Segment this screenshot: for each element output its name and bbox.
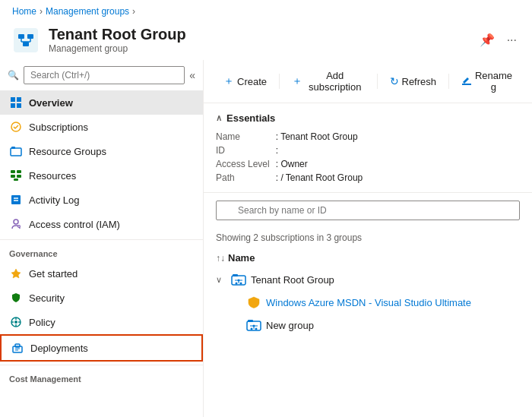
tree-item-azure-msdn[interactable]: Windows Azure MSDN - Visual Studio Ultim… (240, 291, 526, 314)
cost-management-section-label: Cost Management (0, 365, 203, 387)
resource-groups-icon (9, 144, 23, 158)
svg-rect-16 (17, 170, 21, 173)
toolbar-separator-3 (448, 74, 449, 89)
refresh-button[interactable]: ↻ Refresh (382, 71, 445, 91)
tree-azure-msdn-label[interactable]: Windows Azure MSDN - Visual Studio Ultim… (266, 297, 471, 308)
content-search-input[interactable] (216, 201, 520, 220)
rename-label: Rename g (475, 70, 512, 93)
svg-rect-2 (27, 34, 33, 39)
essentials-chevron-icon[interactable]: ∧ (216, 113, 222, 123)
sidebar-item-resources[interactable]: Resources (0, 163, 203, 188)
svg-rect-8 (11, 97, 15, 102)
essentials-section: ∧ Essentials Name : Tenant Root Group ID… (204, 103, 532, 193)
sidebar-item-access-control[interactable]: Access control (IAM) (0, 212, 203, 236)
svg-marker-26 (11, 269, 21, 278)
tree-item-new-group[interactable]: New group (240, 314, 526, 336)
sidebar-item-label-resources: Resources (29, 170, 76, 182)
page-title-block: Tenant Root Group Management group (49, 26, 186, 54)
access-label: Access Level (216, 159, 270, 169)
svg-point-50 (251, 328, 253, 330)
svg-rect-13 (11, 148, 21, 156)
page-header: Tenant Root Group Management group 📌 ··· (0, 23, 532, 60)
refresh-icon: ↻ (390, 75, 399, 87)
name-col-label: Name (228, 252, 255, 264)
sidebar-item-label-subscriptions: Subscriptions (29, 122, 88, 133)
content-search-area: 🔍 (216, 201, 520, 220)
svg-rect-10 (11, 103, 15, 108)
content-area: ＋ Create ＋ Add subscription ↻ Refresh Re… (204, 60, 532, 417)
id-value: : (276, 145, 520, 156)
main-container: 🔍 « Overview Subscriptions Resource Grou… (0, 60, 532, 417)
sidebar-item-security[interactable]: Security (0, 286, 203, 310)
sort-icon[interactable]: ↑↓ (216, 253, 225, 264)
breadcrumb-management-groups[interactable]: Management groups (46, 6, 129, 17)
sidebar: 🔍 « Overview Subscriptions Resource Grou… (0, 60, 204, 417)
svg-rect-46 (248, 320, 253, 322)
add-subscription-label: Add subscription (306, 70, 365, 93)
sidebar-item-activity-log[interactable]: Activity Log (0, 188, 203, 212)
pin-button[interactable]: 📌 (477, 30, 498, 50)
svg-point-43 (236, 283, 238, 285)
header-actions: 📌 ··· (477, 30, 520, 50)
svg-rect-3 (23, 42, 29, 46)
sidebar-item-get-started[interactable]: Get started (0, 261, 203, 286)
svg-rect-34 (15, 344, 20, 347)
sidebar-item-deployments[interactable]: Deployments (0, 334, 203, 362)
security-icon (9, 291, 23, 305)
essentials-title: Essentials (226, 112, 275, 124)
search-collapse-button[interactable]: « (189, 69, 195, 81)
sidebar-item-subscriptions[interactable]: Subscriptions (0, 115, 203, 139)
tree-expand-icon[interactable]: ∨ (216, 275, 226, 285)
name-value: : Tenant Root Group (276, 131, 520, 142)
svg-point-44 (240, 283, 242, 285)
rename-icon (461, 76, 472, 87)
subscription-count: Showing 2 subscriptions in 3 groups (204, 228, 532, 248)
svg-rect-37 (462, 84, 471, 85)
tree-item-tenant-root[interactable]: ∨ Tenant Root Group (210, 268, 526, 291)
path-value: : / Tenant Root Group (276, 172, 520, 183)
name-column-header: ↑↓ Name (204, 248, 532, 268)
sidebar-item-overview[interactable]: Overview (0, 90, 203, 115)
breadcrumb: Home › Management groups › (0, 0, 532, 23)
svg-rect-19 (14, 178, 18, 181)
svg-rect-18 (17, 175, 21, 178)
add-subscription-icon: ＋ (292, 74, 302, 88)
refresh-label: Refresh (402, 76, 437, 87)
page-title: Tenant Root Group (49, 26, 186, 43)
sidebar-search-box: 🔍 « (0, 60, 203, 90)
svg-rect-20 (11, 195, 21, 204)
essentials-header: ∧ Essentials (216, 112, 520, 124)
svg-rect-11 (17, 103, 21, 108)
sidebar-item-label-policy: Policy (29, 317, 55, 328)
subscription-icon (246, 295, 261, 310)
svg-rect-15 (11, 170, 15, 173)
rename-button[interactable]: Rename g (454, 66, 520, 96)
sidebar-item-label-access-control: Access control (IAM) (29, 219, 120, 230)
more-options-button[interactable]: ··· (504, 30, 520, 50)
sidebar-item-resource-groups[interactable]: Resource Groups (0, 139, 203, 163)
essentials-grid: Name : Tenant Root Group ID : Access Lev… (216, 131, 520, 183)
svg-rect-17 (11, 175, 15, 178)
tree-group-icon (231, 272, 246, 287)
resources-icon (9, 169, 23, 182)
page-icon (12, 27, 40, 54)
governance-section-label: Governance (0, 239, 203, 261)
breadcrumb-home[interactable]: Home (12, 6, 36, 17)
add-subscription-button[interactable]: ＋ Add subscription (284, 66, 372, 96)
tree-tenant-root-label: Tenant Root Group (251, 274, 334, 286)
sidebar-item-label-resource-groups: Resource Groups (29, 146, 106, 157)
sidebar-item-label-deployments: Deployments (30, 343, 88, 354)
policy-icon (9, 315, 23, 329)
sidebar-item-policy[interactable]: Policy (0, 310, 203, 334)
overview-icon (9, 96, 23, 109)
svg-rect-1 (18, 34, 24, 39)
create-button[interactable]: ＋ Create (216, 71, 274, 92)
sidebar-search-input[interactable] (24, 66, 185, 84)
toolbar-separator-1 (279, 74, 280, 89)
tree-new-group-label: New group (266, 320, 314, 331)
get-started-icon (9, 267, 23, 280)
new-group-icon (246, 317, 261, 333)
toolbar-separator-2 (377, 74, 378, 89)
svg-rect-0 (14, 28, 38, 52)
svg-rect-9 (17, 97, 21, 102)
